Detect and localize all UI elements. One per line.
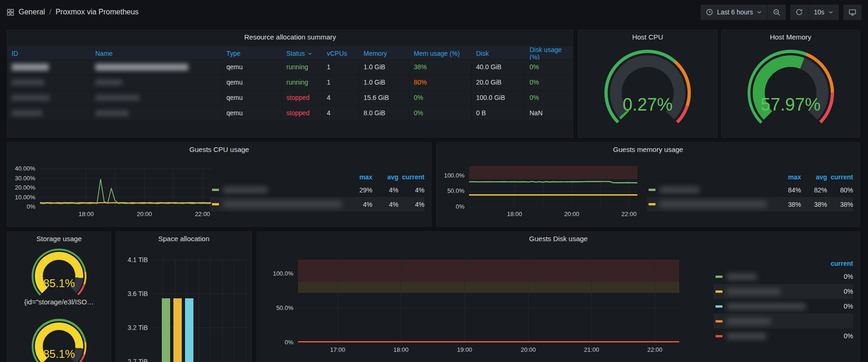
- legend-column-avg[interactable]: avg: [372, 173, 398, 181]
- legend-column-current[interactable]: current: [824, 260, 853, 267]
- cell-disk: 40.0 GiB: [472, 60, 524, 74]
- column-header-id[interactable]: ID: [7, 46, 90, 61]
- legend-stat-avg: 38%: [801, 201, 827, 208]
- bar-series-3[interactable]: [185, 298, 193, 362]
- legend-series-marker[interactable]: [716, 320, 722, 323]
- refresh-interval-picker[interactable]: 10s: [808, 5, 839, 20]
- bar-series-2[interactable]: [173, 298, 182, 362]
- column-header-type[interactable]: Type: [222, 46, 281, 61]
- legend-stat-max: 38%: [775, 201, 801, 208]
- legend-row: [714, 314, 853, 329]
- legend-series-name[interactable]: [660, 187, 775, 193]
- column-header-disk[interactable]: Disk: [472, 46, 524, 61]
- guests-cpu-legend: maxavgcurrent29%4%4%4%4%4%: [210, 171, 424, 211]
- legend-series-name[interactable]: [660, 201, 775, 207]
- legend-series-marker[interactable]: [716, 276, 722, 278]
- legend-series-name[interactable]: [223, 187, 346, 193]
- breadcrumb-folder[interactable]: General: [19, 8, 45, 16]
- column-header-status[interactable]: Status: [282, 46, 322, 61]
- legend-series-marker[interactable]: [716, 335, 722, 337]
- legend-series-name[interactable]: [727, 274, 824, 280]
- panel-space-allocation: Space allocation 4.1 TiB3.6 TiB3.2 TiB2.…: [116, 231, 252, 362]
- column-header-vcpus[interactable]: vCPUs: [323, 46, 358, 61]
- y-axis-tick-label: 0%: [7, 203, 35, 210]
- cell-mem-usage: 0%: [410, 106, 471, 120]
- legend-column-avg[interactable]: avg: [801, 173, 827, 181]
- legend-series-marker[interactable]: [649, 203, 656, 205]
- panel-title[interactable]: Host CPU: [578, 33, 717, 41]
- cell-status: stopped: [282, 91, 322, 105]
- storage-gauges: 85.1%{id="storage/e3l/ISO…85.1%: [7, 249, 111, 362]
- bar-series-1[interactable]: [162, 298, 170, 362]
- panel-title[interactable]: Host Memory: [722, 33, 860, 41]
- panel-title[interactable]: Guests Disk usage: [257, 235, 860, 243]
- x-axis-tick-label: 18:00: [79, 211, 94, 217]
- cell-memory: 15.6 GiB: [359, 91, 409, 105]
- zoom-out-button[interactable]: [767, 5, 786, 20]
- panel-title[interactable]: Storage usage: [7, 235, 111, 243]
- legend-row: 0%: [714, 269, 853, 284]
- cell-memory: 1.0 GiB: [359, 60, 409, 74]
- panel-title[interactable]: Resource allocation summary: [7, 33, 573, 41]
- time-series-plot: [40, 166, 211, 207]
- column-header-disk-usage-[interactable]: Disk usage (%): [525, 46, 573, 61]
- panel-title[interactable]: Space allocation: [116, 235, 252, 243]
- cell-id: [7, 60, 90, 74]
- panel-guests-memory-usage: Guests memory usage 0%50.0%100.0%18:0020…: [436, 142, 860, 227]
- refresh-controls-group: 10s: [790, 5, 839, 20]
- cell-name: [91, 106, 221, 120]
- refresh-interval-label: 10s: [814, 8, 824, 16]
- time-range-picker[interactable]: Last 6 hours: [701, 5, 767, 20]
- column-header-mem-usage-[interactable]: Mem usage (%): [410, 46, 471, 61]
- gauge: 85.1%: [32, 319, 86, 362]
- legend-series-marker[interactable]: [212, 203, 219, 205]
- panel-guests-disk-usage: Guests Disk usage 0%50.0%100.0%17:0018:0…: [257, 231, 860, 362]
- breadcrumb-separator: /: [49, 8, 51, 16]
- legend-row: 4%4%4%: [210, 197, 424, 211]
- host-memory-gauge: 57.97%: [722, 50, 860, 127]
- guests-memory-legend: maxavgcurrent84%82%80%38%38%38%: [647, 171, 853, 211]
- x-axis-tick-label: 22:00: [647, 346, 663, 353]
- y-axis-tick-label: 10.00%: [7, 194, 35, 201]
- panel-title[interactable]: Guests memory usage: [437, 145, 860, 153]
- panel-title[interactable]: Guests CPU usage: [7, 145, 431, 153]
- time-range-label: Last 6 hours: [717, 8, 753, 16]
- legend-stat-max: 4%: [346, 201, 372, 208]
- legend-series-name[interactable]: [727, 303, 824, 309]
- redacted-series-name: [223, 201, 342, 207]
- breadcrumb-dashboard-title[interactable]: Proxmox via Prometheus: [55, 8, 139, 16]
- gauge: 0.27%: [604, 50, 691, 127]
- nav-controls: Last 6 hours 10s: [701, 5, 861, 20]
- legend-stat-avg: 4%: [372, 201, 398, 208]
- legend-column-max[interactable]: max: [775, 173, 801, 181]
- legend-column-max[interactable]: max: [346, 173, 372, 181]
- cell-mem-usage: 38%: [410, 60, 471, 74]
- legend-column-current[interactable]: current: [398, 173, 424, 181]
- y-axis-tick-label: 50.0%: [257, 304, 293, 311]
- column-header-name[interactable]: Name: [91, 46, 221, 61]
- legend-series-marker[interactable]: [716, 290, 722, 293]
- y-axis-tick-label: 0%: [257, 339, 293, 346]
- top-nav: General / Proxmox via Prometheus Last 6 …: [0, 0, 868, 24]
- legend-series-marker[interactable]: [212, 189, 219, 191]
- x-axis-tick-label: 18:00: [507, 211, 522, 217]
- legend-column-current[interactable]: current: [827, 173, 853, 181]
- legend-series-marker[interactable]: [716, 305, 722, 308]
- column-header-memory[interactable]: Memory: [359, 46, 409, 61]
- time-series-plot: [298, 260, 679, 342]
- legend-series-name[interactable]: [223, 201, 346, 207]
- gridline-vertical: [222, 260, 223, 362]
- x-axis-tick-label: 21:00: [584, 346, 599, 353]
- time-controls-group: Last 6 hours: [701, 5, 786, 20]
- legend-series-name[interactable]: [727, 318, 824, 324]
- legend-series-name[interactable]: [727, 333, 824, 339]
- dashboards-grid-icon[interactable]: [7, 8, 14, 16]
- legend-series-name[interactable]: [727, 289, 824, 295]
- x-axis-tick-label: 22:00: [622, 211, 637, 217]
- legend-series-marker[interactable]: [649, 189, 656, 191]
- cell-disk: 20.0 GiB: [472, 75, 524, 90]
- y-axis-tick-label: 0%: [437, 203, 464, 210]
- tv-kiosk-button[interactable]: [843, 5, 861, 20]
- monitor-icon: [848, 8, 856, 16]
- refresh-button[interactable]: [790, 5, 808, 20]
